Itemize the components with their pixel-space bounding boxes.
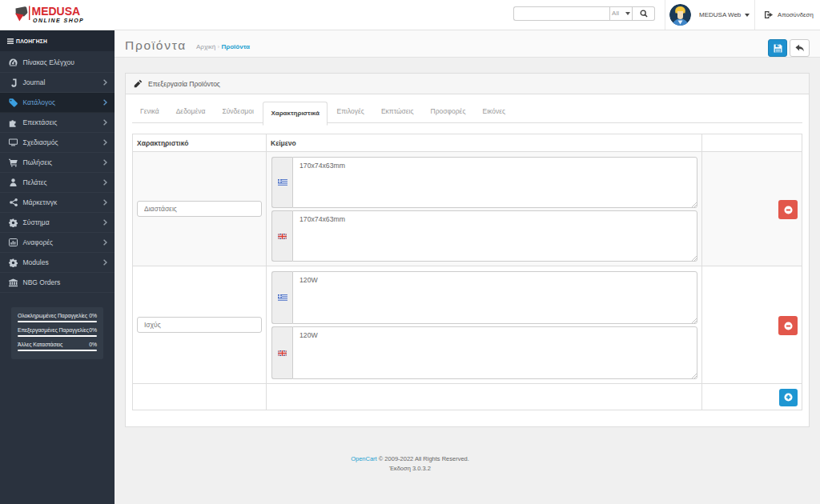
svg-text:ONLINE SHOP: ONLINE SHOP [33, 18, 84, 23]
svg-text:MEDUSA: MEDUSA [32, 6, 81, 18]
